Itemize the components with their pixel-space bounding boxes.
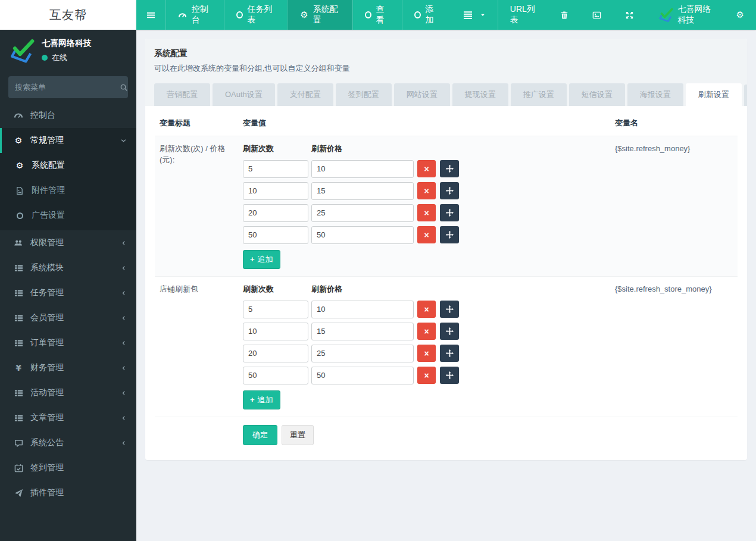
refresh-count-input[interactable] <box>243 226 308 244</box>
sidebar-item-system-config[interactable]: ⚙ 系统配置 <box>0 153 136 178</box>
refresh-price-input[interactable] <box>311 160 414 178</box>
nav-tab-view[interactable]: 查看 <box>352 0 402 30</box>
circle-icon <box>365 11 371 18</box>
refresh-count-input[interactable] <box>243 182 308 200</box>
settings-button[interactable]: ⚙ <box>724 0 756 30</box>
sidebar-item-finance-manage[interactable]: ¥ 财务管理 <box>0 355 136 380</box>
nav-tab-add[interactable]: 添加 <box>402 0 451 30</box>
drag-row-button[interactable] <box>440 182 459 199</box>
close-icon: × <box>424 208 429 218</box>
tab-promotion-settings[interactable]: 推广设置 <box>511 83 567 106</box>
sidebar-toggle-button[interactable] <box>136 0 165 30</box>
refresh-price-input[interactable] <box>311 301 414 318</box>
fullscreen-button[interactable] <box>613 0 646 30</box>
sidebar-item-label: 广告设置 <box>32 210 65 221</box>
drag-row-button[interactable] <box>440 204 459 221</box>
tab-sms-settings[interactable]: 短信设置 <box>569 83 625 106</box>
sidebar-item-checkin-manage[interactable]: 签到管理 <box>0 455 136 480</box>
tab-poster-settings[interactable]: 海报设置 <box>627 83 683 106</box>
tab-checkin-config[interactable]: 签到配置 <box>336 83 392 106</box>
sidebar-item-label: 签到管理 <box>30 462 127 473</box>
drag-row-button[interactable] <box>440 226 459 243</box>
menu-search-input[interactable] <box>15 83 120 92</box>
tab-website-settings[interactable]: 网站设置 <box>394 83 450 106</box>
move-arrows-icon <box>446 327 454 335</box>
refresh-price-input[interactable] <box>311 226 414 244</box>
drag-row-button[interactable] <box>440 367 459 384</box>
value-row: × <box>243 301 605 318</box>
delete-row-button[interactable]: × <box>417 226 436 243</box>
sidebar-item-dashboard[interactable]: 控制台 <box>0 103 136 128</box>
url-list-button[interactable]: URL列表 <box>498 0 548 30</box>
refresh-count-input[interactable] <box>243 204 308 222</box>
gear-icon: ⚙ <box>14 161 25 170</box>
clear-trash-button[interactable] <box>548 0 580 30</box>
dashboard-icon <box>13 111 24 120</box>
circle-icon <box>14 212 25 219</box>
sidebar-item-label: 常规管理 <box>30 135 114 146</box>
reset-button[interactable]: 重置 <box>282 425 314 445</box>
nav-tab-task-list[interactable]: 任务列表 <box>224 0 288 30</box>
sidebar-item-attachment-manage[interactable]: 附件管理 <box>0 178 136 203</box>
refresh-count-input[interactable] <box>243 367 308 384</box>
user-company-name: 七喜网络科技 <box>42 38 92 49</box>
sidebar-item-task-manage[interactable]: 任务管理 <box>0 280 136 305</box>
sidebar-item-system-notice[interactable]: 系统公告 <box>0 430 136 455</box>
sidebar-item-article-manage[interactable]: 文章管理 <box>0 405 136 430</box>
append-row-button[interactable]: + 追加 <box>243 390 280 409</box>
delete-row-button[interactable]: × <box>417 345 436 362</box>
panel-body: 变量标题 变量值 变量名 刷新次数(次) / 价格(元): 刷新次数 刷新价格 <box>145 106 747 454</box>
close-icon: × <box>424 327 429 336</box>
account-menu[interactable]: 七喜网络科技 <box>646 0 724 30</box>
nav-tab-system-config[interactable]: ⚙ 系统配置 <box>288 0 352 30</box>
refresh-price-input[interactable] <box>311 367 414 384</box>
delete-row-button[interactable]: × <box>417 182 436 199</box>
chevron-left-icon <box>121 240 127 246</box>
drag-row-button[interactable] <box>440 345 459 362</box>
refresh-count-input[interactable] <box>243 301 308 318</box>
submit-button[interactable]: 确定 <box>243 425 277 445</box>
append-row-button[interactable]: + 追加 <box>243 250 280 269</box>
chevron-left-icon <box>121 440 127 446</box>
tab-withdraw-settings[interactable]: 提现设置 <box>452 83 508 106</box>
sidebar-item-plugin-manage[interactable]: 插件管理 <box>0 480 136 505</box>
refresh-count-input[interactable] <box>243 160 308 178</box>
trash-icon <box>560 11 568 20</box>
refresh-count-input[interactable] <box>243 323 308 340</box>
refresh-price-input[interactable] <box>311 182 414 200</box>
delete-row-button[interactable]: × <box>417 301 436 318</box>
add-tab-button[interactable]: + <box>744 85 747 106</box>
tab-refresh-settings[interactable]: 刷新设置 <box>686 83 742 106</box>
refresh-price-input[interactable] <box>311 323 414 340</box>
delete-row-button[interactable]: × <box>417 204 436 221</box>
sidebar-item-general-manage[interactable]: ⚙ 常规管理 <box>0 128 136 153</box>
refresh-price-input[interactable] <box>311 345 414 362</box>
sidebar-item-order-manage[interactable]: 订单管理 <box>0 330 136 355</box>
navbar-right-group: URL列表 七喜网络科技 ⚙ <box>451 0 756 30</box>
tab-oauth-settings[interactable]: OAuth设置 <box>213 83 275 106</box>
tabs-dropdown-button[interactable] <box>451 0 498 30</box>
clear-cache-button[interactable] <box>580 0 613 30</box>
variable-title-label: 店铺刷新包 <box>155 277 238 417</box>
move-arrows-icon <box>446 165 454 173</box>
price-column-header: 刷新价格 <box>311 143 414 155</box>
tab-marketing-config[interactable]: 营销配置 <box>154 83 210 106</box>
delete-row-button[interactable]: × <box>417 367 436 384</box>
nav-tab-dashboard[interactable]: 控制台 <box>165 0 224 30</box>
sidebar-item-system-module[interactable]: 系统模块 <box>0 255 136 280</box>
sidebar-item-ad-settings[interactable]: 广告设置 <box>0 203 136 228</box>
refresh-count-input[interactable] <box>243 345 308 362</box>
sidebar-item-member-manage[interactable]: 会员管理 <box>0 305 136 330</box>
delete-row-button[interactable]: × <box>417 160 436 177</box>
drag-row-button[interactable] <box>440 323 459 340</box>
sidebar-item-activity-manage[interactable]: 活动管理 <box>0 380 136 405</box>
refresh-price-input[interactable] <box>311 204 414 222</box>
append-label: 追加 <box>258 254 273 265</box>
append-label: 追加 <box>258 395 273 405</box>
drag-row-button[interactable] <box>440 301 459 318</box>
delete-row-button[interactable]: × <box>417 323 436 340</box>
tab-payment-config[interactable]: 支付配置 <box>277 83 333 106</box>
expand-arrows-icon <box>625 11 634 20</box>
drag-row-button[interactable] <box>440 160 459 177</box>
sidebar-item-permission-manage[interactable]: 权限管理 <box>0 230 136 255</box>
